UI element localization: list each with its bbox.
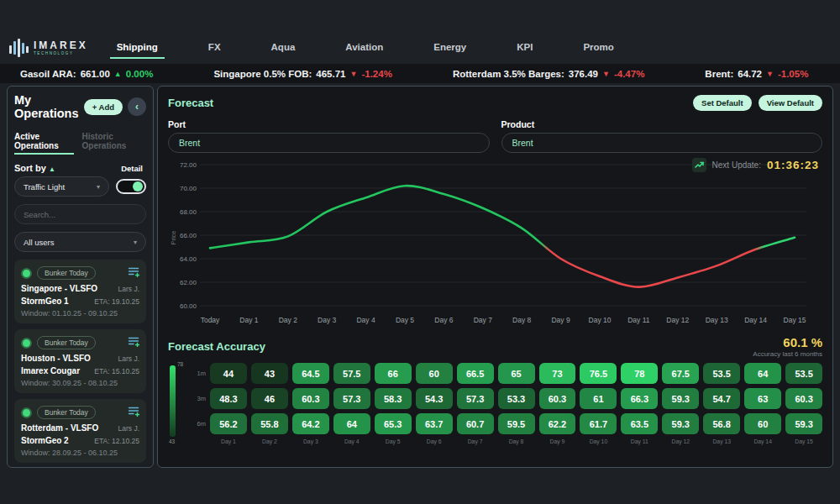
scale-min-label: 43 (169, 438, 175, 444)
card-vessel: StormGeo 2 (21, 436, 69, 445)
x-tick-label: Day 2 (279, 316, 297, 324)
ticker-value: 661.00 (81, 69, 110, 79)
nav-tab-kpi[interactable]: KPI (510, 42, 539, 59)
collapse-sidebar-button[interactable]: ‹ (128, 97, 146, 116)
nav-tab-shipping[interactable]: Shipping (110, 42, 165, 59)
heatmap-day-label: Day 10 (580, 438, 617, 444)
heatmap-cell-3m-day-14: 63 (744, 388, 781, 409)
brand-subtitle: TECHNOLOGY (34, 52, 88, 56)
heatmap-cell-1m-day-10: 76.5 (580, 363, 617, 384)
nav-tab-energy[interactable]: Energy (427, 42, 473, 59)
heatmap-cell-3m-day-15: 60.3 (785, 388, 822, 409)
heatmap-cell-1m-day-6: 60 (416, 363, 453, 384)
operation-card-rotterdam-vlsfo[interactable]: Bunker TodayRotterdam - VLSFOLars J.Stor… (14, 399, 146, 463)
brand-name: IMAREX (34, 40, 88, 50)
y-tick-label: 66.00 (180, 232, 197, 239)
next-update-timer: 01:36:23 (767, 159, 819, 171)
heatmap-cell-6m-day-10: 61.7 (580, 413, 617, 434)
heatmap-cell-3m-day-13: 54.7 (703, 388, 740, 409)
ticker-label: Gasoil ARA: (20, 69, 76, 79)
heatmap-cell-6m-day-8: 59.5 (498, 413, 535, 434)
x-tick-label: Day 7 (474, 316, 492, 324)
sidebar-title: My Operations (14, 93, 79, 120)
brand-logo: IMAREX TECHNOLOGY (8, 37, 88, 59)
heatmap-cell-3m-day-9: 60.3 (539, 388, 576, 409)
detail-toggle[interactable] (116, 179, 146, 194)
next-update-label: Next Update: (712, 160, 761, 170)
heatmap-day-label: Day 8 (498, 438, 535, 444)
heatmap-cell-3m-day-6: 54.3 (416, 388, 453, 409)
top-nav-bar: IMAREX TECHNOLOGY ShippingFXAquaAviation… (0, 0, 840, 64)
x-tick-label: Day 14 (744, 316, 767, 324)
heatmap-cell-3m-day-12: 59.3 (662, 388, 699, 409)
heatmap-cell-6m-day-2: 55.8 (251, 413, 288, 434)
add-operation-button[interactable]: + Add (84, 99, 123, 115)
heatmap-cell-1m-day-5: 66 (375, 363, 412, 384)
app-window: IMAREX TECHNOLOGY ShippingFXAquaAviation… (0, 0, 840, 504)
heatmap-row-6m: 6m56.255.864.26465.363.760.759.562.261.7… (193, 413, 822, 434)
heatmap-day-label: Day 6 (416, 438, 453, 444)
heatmap-cell-3m-day-4: 57.3 (333, 388, 370, 409)
sort-select[interactable]: Traffic Light ▾ (14, 176, 109, 197)
playlist-add-icon[interactable] (128, 405, 139, 420)
heatmap-day-labels: Day 1Day 2Day 3Day 4Day 5Day 6Day 7Day 8… (193, 438, 822, 444)
nav-tab-aviation[interactable]: Aviation (339, 42, 390, 59)
search-input[interactable] (14, 204, 146, 224)
operation-cards-list: Bunker TodaySingapore - VLSFOLars J.Stor… (14, 260, 146, 463)
accuracy-caption: Accuracy last 6 months (753, 350, 822, 358)
ticker-label: Brent: (705, 69, 733, 79)
set-default-button[interactable]: Set Default (693, 95, 752, 111)
x-tick-label: Day 10 (589, 316, 612, 324)
x-tick-label: Day 1 (239, 316, 258, 324)
playlist-add-icon[interactable] (128, 265, 139, 281)
card-vessel: Imarex Cougar (21, 366, 80, 375)
heatmap-day-label: Day 15 (785, 438, 822, 444)
ticker-label: Singapore 0.5% FOB: (213, 69, 312, 79)
heatmap-row-3m: 3m48.34660.357.358.354.357.353.360.36166… (193, 388, 822, 409)
forecast-line (210, 186, 795, 286)
card-user: Lars J. (118, 285, 139, 293)
y-tick-label: 62.00 (180, 279, 197, 286)
chevron-down-icon: ▾ (134, 239, 137, 246)
arrow-down-icon: ▼ (350, 70, 358, 78)
playlist-add-icon[interactable] (128, 335, 139, 350)
x-tick-label: Day 6 (434, 316, 453, 324)
product-input[interactable] (501, 133, 823, 153)
heatmap-cell-6m-day-3: 64.2 (292, 413, 329, 434)
operation-card-houston-vlsfo[interactable]: Bunker TodayHouston - VLSFOLars J.Imarex… (14, 329, 146, 393)
nav-tab-promo[interactable]: Promo (576, 42, 620, 59)
toggle-knob (133, 181, 143, 192)
sort-caret-icon: ▲ (49, 165, 55, 173)
nav-tab-aqua[interactable]: Aqua (265, 42, 302, 59)
ticker-value: 64.72 (738, 69, 762, 79)
heatmap-cell-6m-day-6: 63.7 (416, 413, 453, 434)
forecast-chart-area: Next Update: 01:36:23 72.0070.0068.0066.… (168, 158, 822, 333)
card-user: Lars J. (118, 424, 139, 433)
nav-tab-fx[interactable]: FX (202, 42, 228, 59)
sort-by-label: Sort by ▲ (14, 163, 55, 173)
card-vessel-row: Imarex CougarETA: 15.10.25 (21, 366, 139, 375)
y-tick-label: 68.00 (180, 208, 197, 216)
heatmap-cell-1m-day-2: 43 (251, 363, 288, 384)
heatmap-day-label: Day 2 (251, 438, 288, 444)
sidebar-tab-active-operations[interactable]: Active Operations (14, 132, 74, 155)
traffic-light-green-icon (21, 268, 32, 279)
operation-card-singapore-vlsfo[interactable]: Bunker TodaySingapore - VLSFOLars J.Stor… (14, 260, 146, 323)
heatmap-day-label: Day 1 (210, 438, 247, 444)
y-tick-label: 60.00 (180, 302, 197, 310)
heatmap-cell-6m-day-9: 62.2 (539, 413, 576, 434)
port-input[interactable] (168, 133, 490, 153)
heatmap-day-label: Day 7 (457, 438, 494, 444)
heatmap-cell-6m-day-15: 59.3 (785, 413, 822, 434)
sidebar-tab-historic-operations[interactable]: Historic Operations (82, 132, 146, 155)
view-default-button[interactable]: View Default (759, 95, 822, 111)
x-tick-label: Day 15 (784, 316, 806, 324)
heatmap-cell-1m-day-3: 64.5 (292, 363, 329, 384)
heatmap-row-1m: 1m444364.557.5666066.5657376.57867.553.5… (193, 363, 822, 384)
card-eta: ETA: 15.10.25 (94, 367, 139, 375)
users-select[interactable]: All users ▾ (14, 232, 146, 252)
scale-max-label: 78 (177, 361, 183, 367)
y-tick-label: 64.00 (180, 255, 197, 263)
heatmap-cell-1m-day-8: 65 (498, 363, 535, 384)
heatmap-day-label: Day 13 (703, 438, 740, 444)
